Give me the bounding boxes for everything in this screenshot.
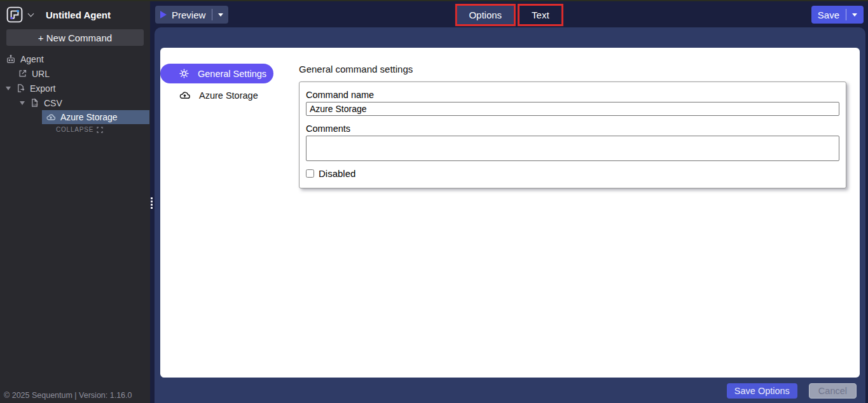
tab-options[interactable]: Options	[457, 6, 514, 24]
form-heading: General command settings	[299, 64, 846, 74]
button-divider	[846, 9, 846, 20]
save-options-button[interactable]: Save Options	[727, 383, 797, 399]
general-settings-groupbox: Command name Comments Disabled	[299, 81, 846, 188]
main-region: Preview Options Text Save	[150, 1, 868, 403]
disabled-checkbox-row: Disabled	[306, 168, 839, 179]
view-tabs: Options Text	[455, 4, 563, 26]
tree-item-label: Export	[30, 83, 55, 94]
sequentum-logo-icon[interactable]	[6, 6, 23, 23]
sidebar-header: Untitled Agent	[0, 1, 150, 27]
settings-nav-label: Azure Storage	[199, 90, 258, 101]
tree-item-agent[interactable]: Agent	[0, 52, 150, 66]
settings-nav: General Settings Azure Storage	[160, 48, 299, 378]
settings-panel: General Settings Azure Storage General c…	[160, 48, 860, 378]
save-button[interactable]: Save	[811, 6, 864, 24]
comments-textarea[interactable]	[306, 136, 839, 161]
collapse-arrow-icon[interactable]	[20, 101, 25, 105]
command-name-label: Command name	[306, 90, 839, 100]
tree-item-label: URL	[32, 69, 50, 79]
collapse-arrow-icon[interactable]	[6, 87, 11, 90]
settings-nav-azure-storage[interactable]: Azure Storage	[160, 85, 273, 105]
agent-title: Untitled Agent	[46, 10, 111, 20]
cancel-button[interactable]: Cancel	[809, 383, 857, 399]
content-wrapper: General Settings Azure Storage General c…	[155, 27, 865, 403]
settings-nav-label: General Settings	[198, 69, 266, 79]
settings-nav-general[interactable]: General Settings	[160, 64, 273, 83]
command-name-input[interactable]	[306, 102, 839, 116]
cloud-upload-icon	[179, 89, 191, 101]
new-command-button[interactable]: + New Command	[6, 29, 144, 46]
annotation-box-text: Text	[518, 4, 563, 26]
svg-text:CSV: CSV	[33, 104, 38, 106]
tree-collapse-toggle[interactable]: COLLAPSE	[56, 126, 150, 133]
disabled-checkbox[interactable]	[306, 169, 314, 178]
comments-label: Comments	[306, 124, 839, 134]
collapse-label: COLLAPSE	[56, 126, 93, 133]
preview-label: Preview	[172, 10, 205, 20]
settings-form: General command settings Command name Co…	[299, 48, 860, 378]
tab-text[interactable]: Text	[520, 6, 561, 24]
save-dropdown-chevron-down-icon[interactable]	[852, 13, 857, 17]
tree-item-label: CSV	[44, 98, 62, 108]
play-icon	[160, 11, 167, 18]
sidebar-resize-handle[interactable]	[151, 197, 153, 209]
collapse-corners-icon	[97, 127, 103, 133]
topbar: Preview Options Text Save	[150, 1, 868, 27]
command-tree: Agent URL Export CSV	[0, 52, 150, 133]
external-link-icon	[18, 69, 27, 78]
preview-button[interactable]: Preview	[155, 6, 228, 24]
robot-icon	[6, 54, 16, 64]
footer-actions: Save Options Cancel	[727, 383, 857, 399]
agent-menu-chevron-down-icon[interactable]	[28, 10, 34, 17]
file-export-icon	[16, 83, 25, 93]
tree-item-label: Azure Storage	[60, 112, 118, 122]
tree-item-csv[interactable]: CSV CSV	[0, 95, 150, 110]
sidebar: Untitled Agent + New Command Agent URL	[0, 1, 150, 403]
save-label: Save	[818, 10, 839, 20]
version-footer: © 2025 Sequentum | Version: 1.16.0	[4, 391, 132, 400]
tree-item-export[interactable]: Export	[0, 81, 150, 95]
gear-icon	[179, 68, 189, 79]
window-top-edge	[0, 0, 868, 1]
tree-item-label: Agent	[20, 54, 44, 64]
button-divider	[212, 9, 212, 20]
cloud-upload-icon	[46, 112, 56, 122]
tree-item-url[interactable]: URL	[0, 66, 150, 81]
tree-item-azure-storage-selected[interactable]: Azure Storage	[42, 110, 149, 124]
disabled-label: Disabled	[319, 168, 355, 179]
preview-dropdown-chevron-down-icon[interactable]	[218, 13, 223, 17]
file-csv-icon: CSV	[30, 98, 39, 108]
annotation-box-options: Options	[455, 4, 516, 26]
